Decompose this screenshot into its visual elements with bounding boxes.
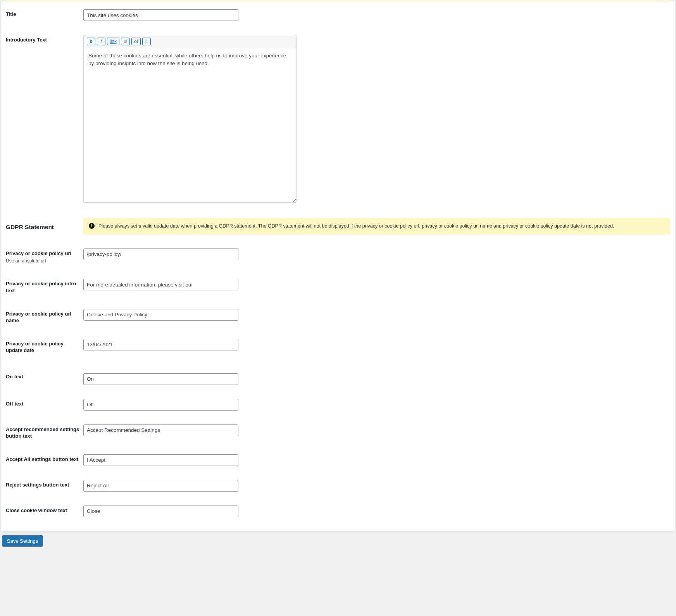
editor-ul-button[interactable]: ul — [121, 38, 130, 45]
accept-all-input[interactable] — [83, 454, 238, 466]
gdpr-notice-text: Please always set a valid update date wh… — [98, 223, 614, 230]
policy-url-hint: Use an absolute url — [6, 258, 79, 264]
policy-intro-label: Privacy or cookie policy intro text — [6, 281, 76, 293]
editor-li-button[interactable]: li — [142, 38, 151, 45]
policy-url-input[interactable] — [83, 248, 238, 260]
accept-all-label: Accept All settings button text — [6, 456, 78, 462]
close-input[interactable] — [83, 506, 238, 517]
editor-toolbar: b i link ul ol li — [83, 35, 297, 48]
accept-recommended-input[interactable] — [83, 424, 238, 436]
on-text-input[interactable] — [83, 373, 238, 385]
warning-icon: ! — [89, 223, 95, 229]
off-text-label: Off text — [6, 401, 24, 407]
policy-intro-input[interactable] — [83, 279, 238, 290]
policy-url-name-label: Privacy or cookie policy url name — [6, 311, 71, 324]
policy-url-label: Privacy or cookie policy url — [6, 250, 71, 256]
intro-editor: b i link ul ol li — [83, 35, 297, 204]
gdpr-notice: ! Please always set a valid update date … — [83, 218, 670, 235]
policy-update-date-label: Privacy or cookie policy update date — [6, 341, 64, 354]
save-settings-button[interactable]: Save Settings — [2, 535, 43, 547]
reject-label: Reject settings button text — [6, 482, 69, 488]
reject-input[interactable] — [83, 480, 238, 492]
editor-bold-button[interactable]: b — [87, 38, 95, 45]
editor-ol-button[interactable]: ol — [131, 38, 140, 45]
editor-italic-button[interactable]: i — [97, 38, 105, 45]
policy-url-name-input[interactable] — [83, 309, 238, 321]
intro-textarea[interactable] — [83, 48, 297, 203]
on-text-label: On text — [6, 374, 23, 380]
title-input[interactable] — [83, 9, 238, 21]
title-label: Title — [6, 11, 16, 17]
off-text-input[interactable] — [83, 399, 238, 411]
policy-update-date-input[interactable] — [83, 339, 238, 350]
editor-link-button[interactable]: link — [107, 38, 119, 45]
gdpr-heading: GDPR Statement — [6, 223, 79, 231]
close-label: Close cookie window text — [6, 507, 67, 513]
accept-recommended-label: Accept recommended settings button text — [6, 426, 79, 439]
settings-form-table: Title Introductory Text b i — [6, 2, 670, 524]
intro-label: Introductory Text — [6, 37, 47, 43]
